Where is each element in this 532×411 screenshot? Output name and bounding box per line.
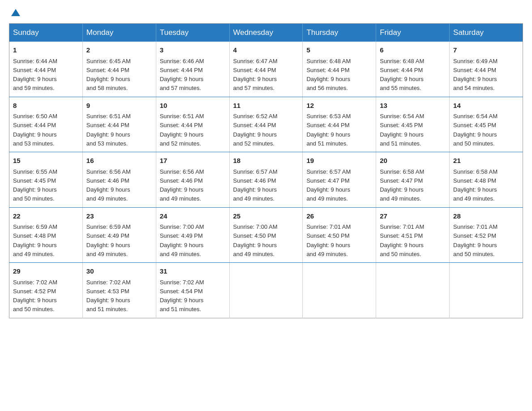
calendar-cell: 1 Sunrise: 6:44 AM Sunset: 4:44 PM Dayli… bbox=[9, 42, 83, 97]
calendar-cell: 3 Sunrise: 6:46 AM Sunset: 4:44 PM Dayli… bbox=[156, 42, 229, 97]
day-info: Sunrise: 6:59 AM Sunset: 4:48 PM Dayligh… bbox=[13, 223, 57, 257]
calendar-cell: 16 Sunrise: 6:56 AM Sunset: 4:46 PM Dayl… bbox=[82, 152, 156, 208]
day-info: Sunrise: 6:53 AM Sunset: 4:44 PM Dayligh… bbox=[306, 113, 351, 147]
day-info: Sunrise: 6:47 AM Sunset: 4:44 PM Dayligh… bbox=[233, 58, 278, 92]
day-info: Sunrise: 6:51 AM Sunset: 4:44 PM Dayligh… bbox=[160, 113, 204, 147]
day-info: Sunrise: 6:57 AM Sunset: 4:46 PM Dayligh… bbox=[233, 168, 278, 202]
calendar-week-row: 22 Sunrise: 6:59 AM Sunset: 4:48 PM Dayl… bbox=[9, 207, 523, 263]
day-number: 25 bbox=[233, 211, 299, 222]
day-info: Sunrise: 6:45 AM Sunset: 4:44 PM Dayligh… bbox=[86, 58, 131, 92]
calendar-cell: 14 Sunrise: 6:54 AM Sunset: 4:45 PM Dayl… bbox=[450, 97, 523, 152]
calendar-cell: 19 Sunrise: 6:57 AM Sunset: 4:47 PM Dayl… bbox=[303, 152, 376, 208]
day-number: 9 bbox=[86, 101, 152, 111]
calendar-cell: 29 Sunrise: 7:02 AM Sunset: 4:52 PM Dayl… bbox=[9, 263, 83, 318]
calendar-cell: 24 Sunrise: 7:00 AM Sunset: 4:49 PM Dayl… bbox=[156, 207, 229, 263]
day-info: Sunrise: 6:59 AM Sunset: 4:49 PM Dayligh… bbox=[86, 223, 131, 257]
calendar-week-row: 15 Sunrise: 6:55 AM Sunset: 4:45 PM Dayl… bbox=[9, 152, 523, 208]
day-info: Sunrise: 6:56 AM Sunset: 4:46 PM Dayligh… bbox=[86, 168, 131, 202]
calendar-week-row: 8 Sunrise: 6:50 AM Sunset: 4:44 PM Dayli… bbox=[9, 97, 523, 152]
calendar-cell bbox=[450, 263, 523, 318]
calendar-cell: 31 Sunrise: 7:02 AM Sunset: 4:54 PM Dayl… bbox=[156, 263, 229, 318]
day-number: 30 bbox=[86, 266, 152, 277]
calendar-cell: 26 Sunrise: 7:01 AM Sunset: 4:50 PM Dayl… bbox=[303, 207, 376, 263]
calendar-table: SundayMondayTuesdayWednesdayThursdayFrid… bbox=[9, 23, 523, 318]
day-number: 26 bbox=[306, 211, 372, 222]
calendar-cell: 25 Sunrise: 7:00 AM Sunset: 4:50 PM Dayl… bbox=[229, 207, 303, 263]
day-info: Sunrise: 7:01 AM Sunset: 4:51 PM Dayligh… bbox=[380, 223, 424, 257]
day-number: 1 bbox=[13, 45, 79, 56]
day-header-friday: Friday bbox=[376, 24, 450, 42]
calendar-cell bbox=[376, 263, 450, 318]
day-header-saturday: Saturday bbox=[450, 24, 523, 42]
day-number: 28 bbox=[453, 211, 519, 222]
calendar-cell: 5 Sunrise: 6:48 AM Sunset: 4:44 PM Dayli… bbox=[303, 42, 376, 97]
calendar-cell: 28 Sunrise: 7:01 AM Sunset: 4:52 PM Dayl… bbox=[450, 207, 523, 263]
calendar-cell: 18 Sunrise: 6:57 AM Sunset: 4:46 PM Dayl… bbox=[229, 152, 303, 208]
logo-triangle-up bbox=[11, 9, 20, 16]
calendar-cell: 6 Sunrise: 6:48 AM Sunset: 4:44 PM Dayli… bbox=[376, 42, 450, 97]
day-number: 31 bbox=[160, 266, 226, 277]
calendar-cell: 2 Sunrise: 6:45 AM Sunset: 4:44 PM Dayli… bbox=[82, 42, 156, 97]
day-number: 11 bbox=[233, 101, 299, 111]
logo-icon bbox=[9, 9, 21, 14]
day-info: Sunrise: 6:56 AM Sunset: 4:46 PM Dayligh… bbox=[160, 168, 204, 202]
calendar-cell: 22 Sunrise: 6:59 AM Sunset: 4:48 PM Dayl… bbox=[9, 207, 83, 263]
day-header-tuesday: Tuesday bbox=[156, 24, 229, 42]
day-number: 21 bbox=[453, 156, 519, 166]
calendar-cell: 27 Sunrise: 7:01 AM Sunset: 4:51 PM Dayl… bbox=[376, 207, 450, 263]
day-info: Sunrise: 6:44 AM Sunset: 4:44 PM Dayligh… bbox=[13, 58, 57, 92]
day-number: 6 bbox=[380, 45, 446, 56]
day-info: Sunrise: 6:54 AM Sunset: 4:45 PM Dayligh… bbox=[453, 113, 498, 147]
day-number: 2 bbox=[86, 45, 152, 56]
day-info: Sunrise: 6:58 AM Sunset: 4:48 PM Dayligh… bbox=[453, 168, 498, 202]
day-info: Sunrise: 6:48 AM Sunset: 4:44 PM Dayligh… bbox=[306, 58, 351, 92]
day-number: 14 bbox=[453, 101, 519, 111]
calendar-cell: 10 Sunrise: 6:51 AM Sunset: 4:44 PM Dayl… bbox=[156, 97, 229, 152]
day-number: 4 bbox=[233, 45, 299, 56]
day-info: Sunrise: 6:55 AM Sunset: 4:45 PM Dayligh… bbox=[13, 168, 57, 202]
day-header-wednesday: Wednesday bbox=[229, 24, 303, 42]
day-number: 20 bbox=[380, 156, 446, 166]
day-number: 8 bbox=[13, 101, 79, 111]
day-number: 10 bbox=[160, 101, 226, 111]
day-number: 16 bbox=[86, 156, 152, 166]
day-number: 15 bbox=[13, 156, 79, 166]
calendar-cell: 12 Sunrise: 6:53 AM Sunset: 4:44 PM Dayl… bbox=[303, 97, 376, 152]
calendar-cell: 13 Sunrise: 6:54 AM Sunset: 4:45 PM Dayl… bbox=[376, 97, 450, 152]
day-number: 3 bbox=[160, 45, 226, 56]
calendar-cell: 30 Sunrise: 7:02 AM Sunset: 4:53 PM Dayl… bbox=[82, 263, 156, 318]
calendar-cell: 23 Sunrise: 6:59 AM Sunset: 4:49 PM Dayl… bbox=[82, 207, 156, 263]
page-header bbox=[9, 9, 523, 14]
day-info: Sunrise: 6:50 AM Sunset: 4:44 PM Dayligh… bbox=[13, 113, 57, 147]
day-info: Sunrise: 6:52 AM Sunset: 4:44 PM Dayligh… bbox=[233, 113, 278, 147]
day-info: Sunrise: 6:58 AM Sunset: 4:47 PM Dayligh… bbox=[380, 168, 424, 202]
day-header-monday: Monday bbox=[82, 24, 156, 42]
day-header-thursday: Thursday bbox=[303, 24, 376, 42]
day-info: Sunrise: 6:48 AM Sunset: 4:44 PM Dayligh… bbox=[380, 58, 424, 92]
day-info: Sunrise: 7:00 AM Sunset: 4:50 PM Dayligh… bbox=[233, 223, 278, 257]
day-number: 17 bbox=[160, 156, 226, 166]
calendar-cell: 20 Sunrise: 6:58 AM Sunset: 4:47 PM Dayl… bbox=[376, 152, 450, 208]
day-header-sunday: Sunday bbox=[9, 24, 83, 42]
calendar-cell: 4 Sunrise: 6:47 AM Sunset: 4:44 PM Dayli… bbox=[229, 42, 303, 97]
calendar-cell bbox=[303, 263, 376, 318]
calendar-cell bbox=[229, 263, 303, 318]
day-info: Sunrise: 7:02 AM Sunset: 4:52 PM Dayligh… bbox=[13, 279, 57, 313]
calendar-cell: 21 Sunrise: 6:58 AM Sunset: 4:48 PM Dayl… bbox=[450, 152, 523, 208]
calendar-cell: 11 Sunrise: 6:52 AM Sunset: 4:44 PM Dayl… bbox=[229, 97, 303, 152]
day-number: 22 bbox=[13, 211, 79, 222]
day-info: Sunrise: 7:02 AM Sunset: 4:53 PM Dayligh… bbox=[86, 279, 131, 313]
calendar-cell: 7 Sunrise: 6:49 AM Sunset: 4:44 PM Dayli… bbox=[450, 42, 523, 97]
day-number: 19 bbox=[306, 156, 372, 166]
calendar-cell: 17 Sunrise: 6:56 AM Sunset: 4:46 PM Dayl… bbox=[156, 152, 229, 208]
day-info: Sunrise: 7:00 AM Sunset: 4:49 PM Dayligh… bbox=[160, 223, 204, 257]
day-info: Sunrise: 7:01 AM Sunset: 4:50 PM Dayligh… bbox=[306, 223, 351, 257]
calendar-week-row: 29 Sunrise: 7:02 AM Sunset: 4:52 PM Dayl… bbox=[9, 263, 523, 318]
day-info: Sunrise: 6:51 AM Sunset: 4:44 PM Dayligh… bbox=[86, 113, 131, 147]
day-number: 23 bbox=[86, 211, 152, 222]
calendar-week-row: 1 Sunrise: 6:44 AM Sunset: 4:44 PM Dayli… bbox=[9, 42, 523, 97]
day-number: 7 bbox=[453, 45, 519, 56]
day-info: Sunrise: 6:49 AM Sunset: 4:44 PM Dayligh… bbox=[453, 58, 498, 92]
calendar-cell: 9 Sunrise: 6:51 AM Sunset: 4:44 PM Dayli… bbox=[82, 97, 156, 152]
day-number: 13 bbox=[380, 101, 446, 111]
